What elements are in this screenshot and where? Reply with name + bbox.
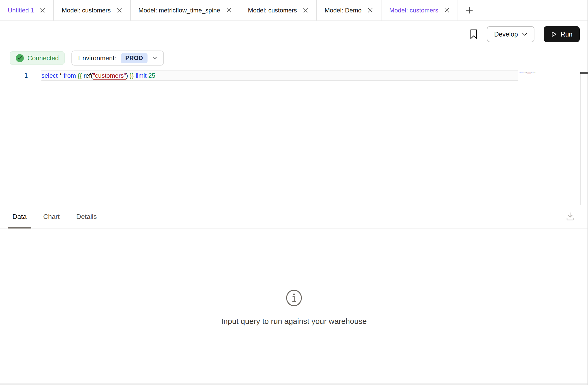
- code-token: 25: [534, 72, 535, 73]
- close-icon[interactable]: [303, 7, 308, 13]
- editor-tab[interactable]: Model: customers: [54, 0, 130, 20]
- develop-button-label: Develop: [494, 31, 518, 38]
- results-empty-state: Input query to run against your warehous…: [0, 229, 588, 385]
- close-icon[interactable]: [444, 7, 450, 13]
- code-token: [82, 72, 84, 79]
- chevron-down-icon: [522, 33, 527, 36]
- plus-icon: [465, 6, 473, 14]
- editor-tab-bar: Untitled 1Model: customersModel: metricf…: [0, 0, 588, 21]
- tab-label: Model: metricflow_time_spine: [138, 7, 220, 14]
- download-results-button[interactable]: [565, 212, 575, 221]
- results-tab-data[interactable]: Data: [8, 205, 31, 228]
- code-token: select: [41, 72, 58, 79]
- code-token: select: [519, 72, 522, 73]
- results-tab-chart[interactable]: Chart: [39, 205, 64, 228]
- close-icon[interactable]: [226, 7, 232, 13]
- develop-button[interactable]: Develop: [487, 26, 534, 42]
- environment-selector[interactable]: Environment: PROD: [71, 51, 164, 66]
- results-tabs-wrap: DataChartDetails: [8, 205, 101, 228]
- results-tab-bar: DataChartDetails: [0, 205, 588, 229]
- line-number: 1: [0, 70, 41, 81]
- code-active-line: 1 select * from {{ ref("customers") }} l…: [0, 70, 588, 81]
- minimap-code-line: select * from {{ ref("customers") }} lim…: [519, 72, 545, 73]
- editor-tab[interactable]: Model: metricflow_time_spine: [131, 0, 240, 20]
- editor-scrollbar-thumb[interactable]: [580, 72, 588, 74]
- empty-state-message: Input query to run against your warehous…: [221, 317, 367, 326]
- tab-label: Model: customers: [248, 7, 297, 14]
- code-editor[interactable]: 1 select * from {{ ref("customers") }} l…: [0, 70, 588, 205]
- code-token: limit: [136, 72, 147, 79]
- environment-label: Environment:: [78, 54, 116, 62]
- status-bar: Connected Environment: PROD: [0, 47, 588, 69]
- code-line-content[interactable]: select * from {{ ref("customers") }} lim…: [41, 70, 518, 81]
- code-token: }}: [130, 72, 134, 79]
- code-token: {{: [78, 72, 82, 79]
- play-icon: [551, 31, 557, 37]
- info-icon: [285, 289, 303, 306]
- editor-minimap[interactable]: select * from {{ ref("customers") }} lim…: [519, 72, 545, 87]
- tabs-wrap: Untitled 1Model: customersModel: metricf…: [0, 0, 458, 20]
- editor-tab[interactable]: Model: customers: [240, 0, 317, 20]
- results-tab-details[interactable]: Details: [72, 205, 101, 228]
- editor-tab[interactable]: Model: customers: [381, 0, 458, 20]
- download-icon: [565, 212, 575, 221]
- bottom-edge-strip: [0, 383, 588, 385]
- tab-label: Model: customers: [389, 7, 438, 14]
- code-token: 25: [148, 72, 155, 79]
- editor-scrollbar-track: [580, 74, 581, 205]
- run-button[interactable]: Run: [544, 26, 580, 42]
- connection-status-badge: Connected: [10, 51, 65, 65]
- environment-value-pill: PROD: [121, 53, 147, 63]
- code-token: [134, 72, 136, 79]
- connection-status-label: Connected: [27, 54, 59, 62]
- close-icon[interactable]: [40, 7, 46, 13]
- close-icon[interactable]: [116, 7, 122, 13]
- code-token: ): [126, 72, 128, 79]
- check-circle-icon: [16, 54, 24, 62]
- bookmark-icon: [470, 29, 477, 39]
- tab-label: Model: customers: [62, 7, 111, 14]
- add-tab-button[interactable]: [458, 0, 480, 20]
- code-token: ref(: [84, 72, 93, 79]
- ref-model-link[interactable]: "customers": [93, 72, 126, 79]
- code-token: from: [523, 72, 524, 73]
- editor-tab[interactable]: Untitled 1: [0, 0, 54, 20]
- tab-label: Model: Demo: [325, 7, 362, 14]
- close-icon[interactable]: [367, 7, 373, 13]
- ref-model-link[interactable]: "customers": [527, 72, 531, 73]
- bookmark-button[interactable]: [470, 29, 477, 39]
- tab-label: Untitled 1: [8, 7, 34, 14]
- toolbar: Develop Run: [0, 21, 588, 47]
- code-token: from: [63, 72, 76, 79]
- editor-tab[interactable]: Model: Demo: [317, 0, 381, 20]
- results-panel: DataChartDetails Input query to run agai…: [0, 205, 588, 385]
- code-token: *: [59, 72, 62, 79]
- run-button-label: Run: [561, 31, 572, 38]
- chevron-down-icon: [152, 56, 157, 60]
